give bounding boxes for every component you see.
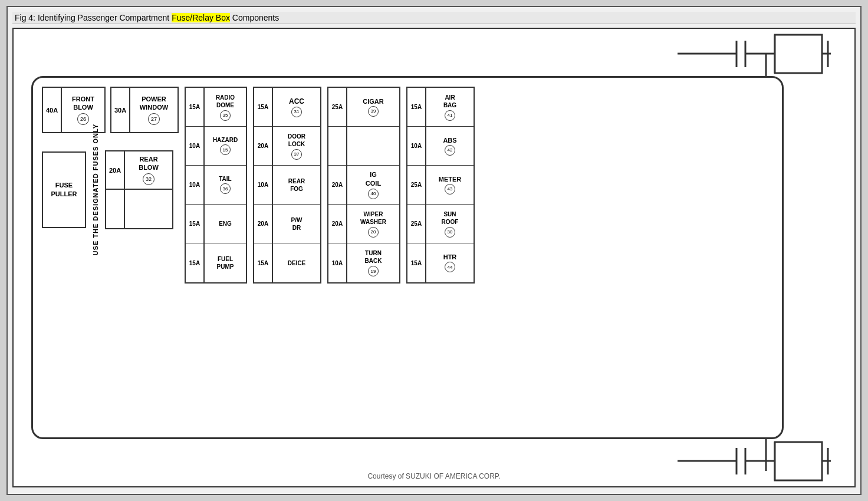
powerwindow-num: 27	[148, 113, 160, 125]
empty-cigar-amp	[328, 127, 347, 166]
connector-top-svg	[678, 29, 831, 79]
frontblow-text: FRONTBLOW	[72, 95, 94, 112]
label-igcoil: IGCOIL 40	[347, 166, 399, 205]
label-powerwindow: POWERWINDOW 27	[130, 88, 177, 132]
label-rearfog: REARFOG	[273, 166, 320, 205]
amp-15a-eng: 15A	[186, 205, 205, 243]
empty-cigar-label	[347, 127, 399, 166]
svg-rect-5	[775, 35, 822, 73]
amp-15a-acc: 15A	[254, 88, 273, 127]
rearblow-num: 32	[143, 173, 154, 185]
col4-fuses: 15A AIRBAG 41 10A ABS 42 25A METER	[406, 87, 475, 284]
title-bar: Fig 4: Identifying Passenger Compartment…	[12, 12, 856, 24]
label-fuelpump: FUELPUMP	[205, 243, 246, 282]
label-hazard: HAZARD 15	[205, 127, 246, 166]
title-suffix: Components	[230, 13, 279, 22]
amp-10a-tail: 10A	[186, 166, 205, 205]
amp-20a-wiperwasher: 20A	[328, 205, 347, 243]
amp-15a-htr: 15A	[407, 243, 426, 282]
fuse-puller-box: FUSEPULLER	[42, 151, 86, 228]
amp-20a-rearblow: 20A	[106, 151, 125, 190]
label-eng: ENG	[205, 205, 246, 243]
label-pwdr: P/WDR	[273, 205, 320, 243]
svg-rect-13	[775, 442, 822, 480]
content-inner: 40A FRONTBLOW 26 30A POWERWINDOW 27	[42, 87, 773, 414]
rear-blow-grid: 20A REARBLOW 32	[105, 150, 173, 229]
label-turnback: TURNBACK 19	[347, 243, 399, 282]
top-left-fuses: 40A FRONTBLOW 26 30A POWERWINDOW 27	[42, 87, 179, 133]
amp-40a: 40A	[43, 88, 62, 132]
amp-20a-doorlock: 20A	[254, 127, 273, 166]
vertical-text: USE THE DESIGNATED FUSES ONLY	[92, 124, 99, 255]
label-tail: TAIL 36	[205, 166, 246, 205]
label-abs: ABS 42	[426, 127, 474, 166]
bottom-left-section: FUSEPULLER USE THE DESIGNATED FUSES ONLY…	[42, 137, 173, 243]
amp-25a-meter: 25A	[407, 166, 426, 205]
empty-cell-2	[125, 190, 172, 228]
diagram-area: 40A FRONTBLOW 26 30A POWERWINDOW 27	[12, 28, 856, 487]
label-doorlock: DOORLOCK 37	[273, 127, 320, 166]
amp-15a-fuelpump: 15A	[186, 243, 205, 282]
col3-fuses: 25A CIGAR 39 20A IGCOIL 40 20A	[327, 87, 400, 284]
label-wiperwasher: WIPERWASHER 20	[347, 205, 399, 243]
vertical-text-container: USE THE DESIGNATED FUSES ONLY	[90, 137, 101, 243]
amp-15a-radio: 15A	[186, 88, 205, 127]
main-box: 40A FRONTBLOW 26 30A POWERWINDOW 27	[31, 76, 784, 439]
amp-10a-hazard: 10A	[186, 127, 205, 166]
label-sunroof: SUNROOF 30	[426, 205, 474, 243]
title-prefix: Fig 4: Identifying Passenger Compartment	[15, 13, 172, 22]
col2-fuses: 15A ACC 31 20A DOORLOCK 37 10A REARFOG	[253, 87, 321, 284]
amp-20a-igcoil: 20A	[328, 166, 347, 205]
connector-bottom-svg	[678, 436, 831, 486]
left-section: 40A FRONTBLOW 26 30A POWERWINDOW 27	[42, 87, 179, 243]
powerwindow-text: POWERWINDOW	[140, 95, 168, 112]
fuse-puller-label: FUSEPULLER	[51, 181, 77, 199]
amp-20a-pwdr: 20A	[254, 205, 273, 243]
courtesy-text: Courtesy of SUZUKI OF AMERICA CORP.	[367, 472, 500, 480]
amp-25a-sunroof: 25A	[407, 205, 426, 243]
frontblow-num: 26	[77, 113, 89, 125]
amp-15a-airbag: 15A	[407, 88, 426, 127]
fuse-30a-powerwindow: 30A POWERWINDOW 27	[110, 87, 179, 133]
amp-30a: 30A	[111, 88, 130, 132]
label-rearblow: REARBLOW 32	[125, 151, 172, 190]
label-htr: HTR 44	[426, 243, 474, 282]
amp-15a-deice: 15A	[254, 243, 273, 282]
amp-25a-cigar: 25A	[328, 88, 347, 127]
amp-10a-abs: 10A	[407, 127, 426, 166]
label-airbag: AIRBAG 41	[426, 88, 474, 127]
title-highlight: Fuse/Relay Box	[172, 13, 230, 22]
label-deice: DEICE	[273, 243, 320, 282]
col1-fuses: 15A RADIODOME 35 10A HAZARD 15 10A TAIL	[185, 87, 247, 284]
label-radiodome: RADIODOME 35	[205, 88, 246, 127]
outer-frame: Fig 4: Identifying Passenger Compartment…	[6, 6, 862, 495]
empty-cell-1	[106, 190, 125, 228]
amp-10a-turnback: 10A	[328, 243, 347, 282]
label-meter: METER 43	[426, 166, 474, 205]
amp-10a-rearfog: 10A	[254, 166, 273, 205]
label-acc: ACC 31	[273, 88, 320, 127]
label-cigar: CIGAR 39	[347, 88, 399, 127]
